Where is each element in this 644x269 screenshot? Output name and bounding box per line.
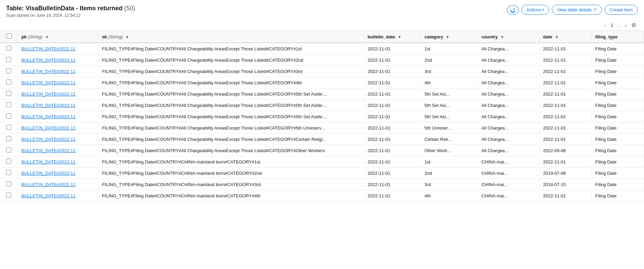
create-item-label: Create item xyxy=(610,7,633,12)
pk-link[interactable]: BULLETIN_DATE#2022-11 xyxy=(21,148,75,153)
row-checkbox[interactable] xyxy=(6,170,11,175)
pk-link[interactable]: BULLETIN_DATE#2022-11 xyxy=(21,114,75,119)
table-header-row: pk (String) ▼ sk (String) ▼ bulletin_dat… xyxy=(0,31,644,43)
pk-link[interactable]: BULLETIN_DATE#2022-11 xyxy=(21,103,75,108)
pk-link[interactable]: BULLETIN_DATE#2022-11 xyxy=(21,80,75,85)
row-checkbox[interactable] xyxy=(6,102,11,107)
title-block: Table: VisaBulletinData - Items returned… xyxy=(6,5,135,18)
row-checkbox[interactable] xyxy=(6,193,11,198)
table-row: BULLETIN_DATE#2022-11FILING_TYPE#Filing … xyxy=(0,122,644,134)
row-checkbox[interactable] xyxy=(6,136,11,141)
pk-link[interactable]: BULLETIN_DATE#2022-11 xyxy=(21,193,75,198)
cell-pk[interactable]: BULLETIN_DATE#2022-11 xyxy=(18,77,98,88)
cell-pk[interactable]: BULLETIN_DATE#2022-11 xyxy=(18,54,98,66)
toolbar: Actions ▾ View table details ↗ Create it… xyxy=(507,5,638,15)
cell-date: 2022-11-01 xyxy=(539,88,592,100)
cell-date: 2022-11-01 xyxy=(539,111,592,122)
pk-link[interactable]: BULLETIN_DATE#2022-11 xyxy=(21,159,75,164)
col-header-date[interactable]: date ▼ xyxy=(539,31,592,43)
table-settings-button[interactable]: ⚙ xyxy=(630,21,638,29)
cell-sk: FILING_TYPE#Filing Date#COUNTRY#CHINA-ma… xyxy=(98,190,364,201)
view-table-label: View table details ↗ xyxy=(557,7,597,12)
cell-country: All Chargea... xyxy=(478,134,539,145)
pk-link[interactable]: BULLETIN_DATE#2022-11 xyxy=(21,171,75,176)
row-checkbox[interactable] xyxy=(6,181,11,186)
next-page-button[interactable]: › xyxy=(623,22,628,29)
cell-bulletin-date: 2022-11-01 xyxy=(364,179,421,190)
cell-pk[interactable]: BULLETIN_DATE#2022-11 xyxy=(18,43,98,54)
row-checkbox[interactable] xyxy=(6,68,11,73)
cell-pk[interactable]: BULLETIN_DATE#2022-11 xyxy=(18,122,98,134)
cell-filing-type: Filing Date xyxy=(592,190,644,201)
table-container: pk (String) ▼ sk (String) ▼ bulletin_dat… xyxy=(0,30,644,201)
cell-sk: FILING_TYPE#Filing Date#COUNTRY#All Char… xyxy=(98,77,364,88)
row-checkbox[interactable] xyxy=(6,46,11,51)
cell-pk[interactable]: BULLETIN_DATE#2022-11 xyxy=(18,156,98,168)
cell-pk[interactable]: BULLETIN_DATE#2022-11 xyxy=(18,111,98,122)
pk-link[interactable]: BULLETIN_DATE#2022-11 xyxy=(21,91,75,97)
cell-pk[interactable]: BULLETIN_DATE#2022-11 xyxy=(18,66,98,77)
col-header-pk[interactable]: pk (String) ▼ xyxy=(18,31,98,43)
table-row: BULLETIN_DATE#2022-11FILING_TYPE#Filing … xyxy=(0,111,644,122)
view-table-details-button[interactable]: View table details ↗ xyxy=(552,5,602,15)
data-table: pk (String) ▼ sk (String) ▼ bulletin_dat… xyxy=(0,30,644,201)
cell-country: All Chargea... xyxy=(478,145,539,156)
row-checkbox-cell xyxy=(0,145,18,156)
pk-link[interactable]: BULLETIN_DATE#2022-11 xyxy=(21,182,75,187)
col-header-bulletin-date[interactable]: bulletin_date ▼ xyxy=(364,31,421,43)
cell-country: CHINA-mai... xyxy=(478,179,539,190)
cell-sk: FILING_TYPE#Filing Date#COUNTRY#All Char… xyxy=(98,66,364,77)
cell-date: 2022-11-01 xyxy=(539,43,592,54)
actions-button[interactable]: Actions ▾ xyxy=(521,5,549,15)
table-row: BULLETIN_DATE#2022-11FILING_TYPE#Filing … xyxy=(0,66,644,77)
pk-link[interactable]: BULLETIN_DATE#2022-11 xyxy=(21,137,75,142)
cell-pk[interactable]: BULLETIN_DATE#2022-11 xyxy=(18,88,98,100)
table-row: BULLETIN_DATE#2022-11FILING_TYPE#Filing … xyxy=(0,156,644,168)
cell-pk[interactable]: BULLETIN_DATE#2022-11 xyxy=(18,145,98,156)
col-header-category[interactable]: category ▼ xyxy=(421,31,478,43)
cell-date: 2022-11-01 xyxy=(539,134,592,145)
prev-page-button[interactable]: ‹ xyxy=(603,22,608,29)
select-all-checkbox[interactable] xyxy=(7,34,12,39)
table-row: BULLETIN_DATE#2022-11FILING_TYPE#Filing … xyxy=(0,100,644,111)
table-row: BULLETIN_DATE#2022-11FILING_TYPE#Filing … xyxy=(0,88,644,100)
col-header-country[interactable]: country ▼ xyxy=(478,31,539,43)
pk-link[interactable]: BULLETIN_DATE#2022-11 xyxy=(21,69,75,74)
col-header-sk[interactable]: sk (String) ▼ xyxy=(98,31,364,43)
row-checkbox[interactable] xyxy=(6,80,11,85)
cell-filing-type: Filing Date xyxy=(592,54,644,66)
cell-sk: FILING_TYPE#Filing Date#COUNTRY#All Char… xyxy=(98,100,364,111)
pk-link[interactable]: BULLETIN_DATE#2022-11 xyxy=(21,58,75,63)
table-body: BULLETIN_DATE#2022-11FILING_TYPE#Filing … xyxy=(0,43,644,201)
col-header-filing-type[interactable]: filing_type xyxy=(592,31,644,43)
pk-link[interactable]: BULLETIN_DATE#2022-11 xyxy=(21,125,75,131)
row-checkbox-cell xyxy=(0,179,18,190)
row-checkbox[interactable] xyxy=(6,113,11,119)
create-item-button[interactable]: Create item xyxy=(605,5,638,15)
cell-pk[interactable]: BULLETIN_DATE#2022-11 xyxy=(18,134,98,145)
cell-bulletin-date: 2022-11-01 xyxy=(364,43,421,54)
refresh-button[interactable] xyxy=(507,5,519,15)
cell-category: Other Work... xyxy=(421,145,478,156)
cell-date: 2018-07-15 xyxy=(539,179,592,190)
cell-sk: FILING_TYPE#Filing Date#COUNTRY#All Char… xyxy=(98,134,364,145)
row-checkbox[interactable] xyxy=(6,91,11,96)
row-checkbox[interactable] xyxy=(6,147,11,152)
cell-filing-type: Filing Date xyxy=(592,43,644,54)
row-checkbox-cell xyxy=(0,66,18,77)
cell-country: All Chargea... xyxy=(478,122,539,134)
cell-pk[interactable]: BULLETIN_DATE#2022-11 xyxy=(18,190,98,201)
row-checkbox[interactable] xyxy=(6,159,11,164)
row-checkbox-cell xyxy=(0,134,18,145)
cell-category: 1st xyxy=(421,43,478,54)
cell-date: 2022-11-01 xyxy=(539,100,592,111)
row-checkbox[interactable] xyxy=(6,125,11,130)
cell-pk[interactable]: BULLETIN_DATE#2022-11 xyxy=(18,179,98,190)
cell-category: 4th xyxy=(421,190,478,201)
cell-pk[interactable]: BULLETIN_DATE#2022-11 xyxy=(18,168,98,179)
pk-link[interactable]: BULLETIN_DATE#2022-11 xyxy=(21,46,75,51)
cell-country: All Chargea... xyxy=(478,66,539,77)
cell-pk[interactable]: BULLETIN_DATE#2022-11 xyxy=(18,100,98,111)
row-checkbox[interactable] xyxy=(6,57,11,62)
cell-category: 2nd xyxy=(421,168,478,179)
